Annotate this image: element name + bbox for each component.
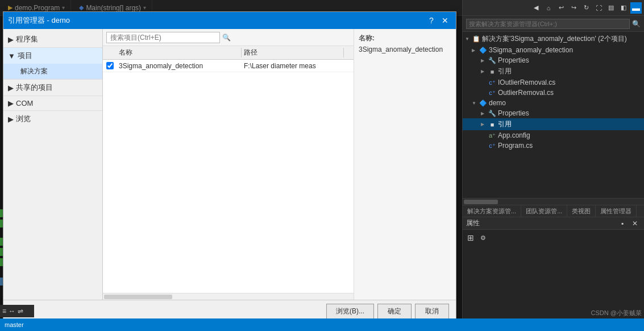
tree-item-properties-2[interactable]: ▶ 🔧 Properties	[463, 108, 644, 118]
toolbar-btn-4[interactable]: ↪	[568, 2, 579, 14]
dialog-nav: ▶ 程序集 ▼ 项目 解决方案 ▶ 共享的项目	[3, 29, 103, 300]
tree-item-program[interactable]: c⁺ Program.cs	[463, 140, 644, 151]
tree-arrow-demo: ▼	[472, 101, 479, 106]
td-name-0: 3Sigma_anomaly_detection	[117, 62, 242, 70]
content-table: 名称 路径 3Sigma_anomaly_detection F:\Laser …	[103, 46, 354, 293]
tree-label-demo: demo	[489, 99, 506, 107]
tree-item-solution[interactable]: ▼ 📋 解决方案'3Sigma_anomaly_detection' (2个项目…	[463, 33, 644, 45]
nav-projects[interactable]: ▼ 项目	[3, 47, 102, 64]
bottom-left-icons: ≡ ↔ ⇌	[0, 305, 34, 317]
toolbar-btn-2[interactable]: ⌂	[543, 2, 554, 14]
row-checkbox-0[interactable]	[106, 62, 114, 69]
tree-item-demo[interactable]: ▼ 🔷 demo	[463, 98, 644, 108]
nav-browse[interactable]: ▶ 浏览	[3, 110, 102, 127]
nav-label-com: COM	[16, 99, 33, 107]
tree-label-appconfig: App.config	[498, 131, 530, 139]
tab-pm-label: 属性管理器	[600, 207, 631, 216]
dialog-title-btns: ? ✕	[425, 14, 451, 27]
nav-assemblies[interactable]: ▶ 程序集	[3, 31, 102, 47]
tree-icon-ioutlier: c⁺	[488, 79, 497, 86]
tab-prop-manager[interactable]: 属性管理器	[596, 205, 637, 217]
tree-icon-ref2: ■	[488, 121, 497, 128]
tree-label-prop2: Properties	[498, 109, 529, 117]
tree-icon-outlier: c⁺	[488, 89, 497, 97]
properties-pin-btn[interactable]: ▪	[617, 218, 628, 229]
tree-label-program: Program.cs	[498, 142, 533, 150]
se-hscroll-thumb	[464, 200, 498, 204]
reference-manager-dialog: 引用管理器 - demo ? ✕ ▶ 程序集 ▼ 项目	[3, 11, 456, 323]
cancel-button[interactable]: 取消	[415, 304, 449, 319]
toolbar-btn-pin[interactable]: ▬	[630, 2, 642, 14]
toolbar-btn-3[interactable]: ↩	[555, 2, 567, 14]
dialog-content: 🔍 名称 路径 3Sigma	[103, 29, 354, 300]
se-search-icon[interactable]: 🔍	[632, 20, 641, 28]
tree-item-appconfig[interactable]: a⁺ App.config	[463, 130, 644, 140]
toolbar-btn-6[interactable]: ⛶	[593, 2, 604, 14]
tree-item-ref-1[interactable]: ▶ ■ 引用	[463, 65, 644, 77]
nav-com[interactable]: ▶ COM	[3, 96, 102, 110]
toolbar-btn-5[interactable]: ↻	[580, 2, 592, 14]
tree-label-3sigma: 3Sigma_anomaly_detection	[489, 46, 573, 54]
nav-label-projects: 项目	[18, 51, 32, 61]
solution-explorer: 🔍 ▼ 📋 解决方案'3Sigma_anomaly_detection' (2个…	[463, 16, 644, 217]
nav-shared[interactable]: ▶ 共享的项目	[3, 79, 102, 96]
nav-arrow-com: ▶	[8, 99, 14, 107]
tab-class-view[interactable]: 类视图	[567, 205, 596, 217]
dialog-title: 引用管理器 - demo	[8, 15, 70, 26]
th-name: 名称	[117, 48, 242, 57]
se-search-input[interactable]	[466, 19, 630, 29]
nav-arrow-browse: ▶	[8, 115, 14, 123]
browse-button[interactable]: 浏览(B)...	[326, 304, 374, 319]
status-branch: master	[5, 321, 24, 328]
bottom-icon-3[interactable]: ⇌	[18, 307, 23, 315]
bottom-icon-2[interactable]: ↔	[9, 307, 15, 315]
properties-title: 属性	[466, 218, 480, 228]
properties-close-btn[interactable]: ✕	[629, 218, 641, 229]
content-hscroll[interactable]	[103, 293, 354, 300]
toolbar-btn-8[interactable]: ◧	[618, 2, 629, 14]
tab-team-explorer[interactable]: 团队资源管...	[521, 205, 567, 217]
tree-item-properties-1[interactable]: ▶ 🔧 Properties	[463, 55, 644, 65]
nav-solution[interactable]: 解决方案	[3, 64, 102, 79]
prop-sort-btn[interactable]: ⊞	[465, 232, 476, 243]
td-check-0[interactable]	[103, 62, 117, 69]
right-panel-toolbar: ◀ ⌂ ↩ ↪ ↻ ⛶ ▤ ◧ ▬	[463, 0, 644, 16]
content-hscroll-thumb	[104, 295, 172, 299]
prop-toolbar: ⊞ ⚙	[463, 230, 644, 246]
tree-label-prop1: Properties	[498, 56, 529, 64]
tree-item-ref-2[interactable]: ▶ ■ 引用	[463, 118, 644, 130]
content-search-icon[interactable]: 🔍	[222, 34, 231, 42]
tree-arrow-prop2: ▶	[481, 111, 488, 116]
properties-header-btns: ▪ ✕	[617, 218, 641, 229]
right-panel: ◀ ⌂ ↩ ↪ ↻ ⛶ ▤ ◧ ▬ 🔍 ▼ 📋 解决方案'3Sigma_anom…	[462, 0, 644, 331]
tree-label-ref1: 引用	[498, 67, 512, 76]
tab-te-label: 团队资源管...	[526, 207, 562, 216]
bottom-icon-1[interactable]: ≡	[2, 307, 6, 315]
dialog-help-btn[interactable]: ?	[425, 14, 438, 27]
tree-item-3sigma[interactable]: ▶ 🔷 3Sigma_anomaly_detection	[463, 45, 644, 55]
nav-label-assemblies: 程序集	[16, 34, 38, 44]
tree-icon-prop1: 🔧	[488, 57, 497, 64]
ok-button[interactable]: 确定	[377, 304, 412, 319]
tree-icon-appconfig: a⁺	[488, 132, 497, 139]
table-header: 名称 路径	[103, 46, 354, 60]
tree-label-solution: 解决方案'3Sigma_anomaly_detection' (2个项目)	[482, 34, 627, 44]
th-path: 路径	[242, 48, 344, 57]
dialog-close-btn[interactable]: ✕	[439, 14, 451, 27]
tree-arrow-ref1: ▶	[481, 69, 488, 74]
toolbar-btn-7[interactable]: ▤	[605, 2, 617, 14]
table-row[interactable]: 3Sigma_anomaly_detection F:\Laser diamet…	[103, 60, 354, 72]
nav-arrow-shared: ▶	[8, 84, 14, 92]
toolbar-btn-1[interactable]: ◀	[530, 2, 542, 14]
prop-gear-btn[interactable]: ⚙	[477, 232, 489, 243]
tree-icon-demo: 🔷	[479, 100, 488, 107]
tree-icon-prop2: 🔧	[488, 110, 497, 117]
content-search-bar: 🔍	[103, 29, 354, 46]
tree-item-outlier[interactable]: c⁺ OutlierRemoval.cs	[463, 88, 644, 98]
dialog-overlay: 引用管理器 - demo ? ✕ ▶ 程序集 ▼ 项目	[0, 0, 462, 331]
tree-arrow-ref2: ▶	[481, 122, 488, 127]
tree-item-ioutlier[interactable]: c⁺ IOutlierRemoval.cs	[463, 77, 644, 88]
tab-solution-explorer[interactable]: 解决方案资源管...	[463, 205, 521, 217]
content-search-input[interactable]	[106, 32, 220, 43]
se-hscroll[interactable]	[463, 198, 644, 205]
